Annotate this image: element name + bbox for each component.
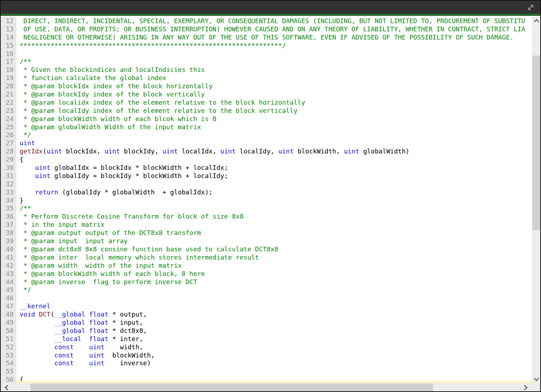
code-line: } xyxy=(20,197,532,205)
resize-icon[interactable] xyxy=(526,3,535,12)
code-line: /** xyxy=(20,204,532,213)
line-number: 14 xyxy=(1,33,16,42)
code-line: * @param output output of the DCT8x8 tra… xyxy=(20,229,532,237)
code-line: __global float * input, xyxy=(20,319,532,327)
line-number: 38 xyxy=(1,229,16,237)
scroll-left-button[interactable] xyxy=(1,383,11,391)
line-number: 24 xyxy=(1,115,16,123)
line-number: 54 xyxy=(1,359,16,367)
gutter: 1213141516171819202122232425262728293031… xyxy=(1,16,16,383)
code-line: { xyxy=(20,156,532,164)
code-line xyxy=(20,367,532,376)
current-line-highlight xyxy=(16,381,532,383)
chevron-left-icon xyxy=(4,385,9,391)
code-viewer-window: 1213141516171819202122232425262728293031… xyxy=(0,0,541,392)
code-line: /** xyxy=(20,58,532,66)
code-line: OF USE, DATA, OR PROFITS; OR BUSINESS IN… xyxy=(20,25,532,33)
code-line: * @param blockWidth width of each block,… xyxy=(20,270,532,278)
code-line: getIdx(uint blockIdx, uint blockIdy, uin… xyxy=(20,147,532,156)
line-number: 20 xyxy=(1,82,16,90)
line-number: 32 xyxy=(1,180,16,188)
line-number: 55 xyxy=(1,367,16,376)
code-line: * @param width width of the input matrix xyxy=(20,262,532,270)
line-number: 35 xyxy=(1,204,16,213)
line-number: 21 xyxy=(1,90,16,99)
line-number: 51 xyxy=(1,335,16,343)
code-line xyxy=(20,50,532,58)
code-line: return (globalIdy * globalWidth + global… xyxy=(20,188,532,197)
code-line: * @param blockIdy index of the block ver… xyxy=(20,90,532,99)
line-number: 37 xyxy=(1,221,16,229)
scroll-up-button[interactable] xyxy=(532,16,540,25)
code-line: * function calculate the global index xyxy=(20,74,532,82)
line-number: 19 xyxy=(1,74,16,82)
line-number: 50 xyxy=(1,327,16,335)
line-number: 46 xyxy=(1,294,16,302)
line-number: 31 xyxy=(1,172,16,180)
code-line: */ xyxy=(20,286,532,294)
code-area[interactable]: DIRECT, INDIRECT, INCIDENTAL, SPECIAL, E… xyxy=(16,16,532,383)
accent-divider xyxy=(1,14,540,16)
line-number: 47 xyxy=(1,302,16,310)
line-number: 25 xyxy=(1,123,16,131)
scroll-right-button[interactable] xyxy=(521,383,531,391)
code-line: * Perform Discrete Cosine Transform for … xyxy=(20,213,532,221)
code-line: const uint inverse) xyxy=(20,359,532,367)
code-line: __local float * inter, xyxy=(20,335,532,343)
line-number: 30 xyxy=(1,164,16,172)
code-line: * Given the blockindices and localIndici… xyxy=(20,66,532,74)
horizontal-scrollbar[interactable] xyxy=(1,383,531,391)
line-number: 56 xyxy=(1,376,16,383)
chevron-down-icon xyxy=(534,377,540,381)
code-line: const uint blockWidth, xyxy=(20,351,532,360)
code-line: uint globalIdy = blockIdy * blockWidth +… xyxy=(20,172,532,180)
code-line: * @param blockIdx index of the block hor… xyxy=(20,82,532,90)
code-line: __global float * dct8x8, xyxy=(20,327,532,335)
line-number: 18 xyxy=(1,66,16,74)
code-line: NEGLIGENCE OR OTHERWISE) ARISING IN ANY … xyxy=(20,33,532,42)
title-bar xyxy=(1,1,540,14)
line-number: 13 xyxy=(1,25,16,33)
code-line: * in the input matrix xyxy=(20,221,532,229)
scrollbar-corner xyxy=(531,383,540,391)
line-number: 29 xyxy=(1,156,16,164)
code-line xyxy=(20,294,532,302)
line-number: 43 xyxy=(1,270,16,278)
code-line: uint globalIdx = blockIdx * blockWidth +… xyxy=(20,164,532,172)
code-line: ****************************************… xyxy=(20,42,532,50)
line-number: 22 xyxy=(1,99,16,107)
line-number: 26 xyxy=(1,131,16,139)
line-number: 17 xyxy=(1,58,16,66)
line-number: 15 xyxy=(1,42,16,50)
code-line: * @param inter local memory which stores… xyxy=(20,254,532,262)
line-number: 36 xyxy=(1,213,16,221)
code-line: */ xyxy=(20,131,532,139)
line-number: 33 xyxy=(1,188,16,197)
code-line: * @param localIdy index of the element r… xyxy=(20,107,532,115)
code-line: const uint width, xyxy=(20,343,532,351)
code-line xyxy=(20,180,532,188)
line-number: 42 xyxy=(1,262,16,270)
chevron-up-icon xyxy=(534,19,540,23)
line-number: 23 xyxy=(1,107,16,115)
line-number: 45 xyxy=(1,286,16,294)
line-number: 34 xyxy=(1,197,16,205)
code-line: * @param inverse flag to perform inverse… xyxy=(20,278,532,286)
chevron-right-icon xyxy=(524,385,528,391)
code-line: * @param dct8x8 8x8 consine function bas… xyxy=(20,245,532,254)
editor-main: 1213141516171819202122232425262728293031… xyxy=(1,16,540,383)
code-line: * @param localidx index of the element r… xyxy=(20,99,532,107)
line-number: 48 xyxy=(1,310,16,319)
line-number: 53 xyxy=(1,351,16,360)
code-line: void DCT(__global float * output, xyxy=(20,310,532,319)
code-line: * @param blockWidth width of each blcok … xyxy=(20,115,532,123)
horizontal-scroll-thumb[interactable] xyxy=(30,383,433,391)
line-number: 28 xyxy=(1,147,16,156)
line-number: 44 xyxy=(1,278,16,286)
scroll-down-button[interactable] xyxy=(532,375,540,383)
line-number: 40 xyxy=(1,245,16,254)
vertical-scroll-thumb[interactable] xyxy=(532,56,540,230)
code-line: uint xyxy=(20,139,532,147)
vertical-scrollbar[interactable] xyxy=(532,16,540,383)
line-number: 49 xyxy=(1,319,16,327)
